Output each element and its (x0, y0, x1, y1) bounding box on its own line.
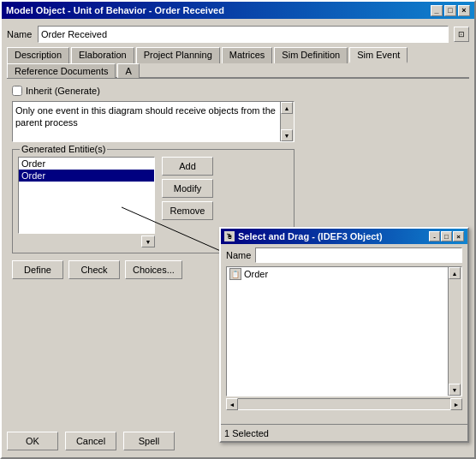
list-section: Order Order ▼ (18, 157, 155, 247)
sub-scroll-track (449, 279, 461, 384)
sub-window-icon: 🖱 (224, 231, 235, 241)
tab-matrices[interactable]: Matrices (222, 47, 273, 63)
sub-list-item-order[interactable]: 📋 Order (227, 267, 461, 281)
inherit-checkbox[interactable] (12, 86, 22, 96)
sub-title-left: 🖱 Select and Drag - (IDEF3 Object) (224, 231, 383, 241)
sub-hscroll-left[interactable]: ◄ (226, 398, 238, 410)
sub-hscroll: ◄ ► (226, 397, 462, 411)
close-button[interactable]: × (458, 5, 470, 16)
tab-sim-definition[interactable]: Sim Definition (274, 47, 348, 63)
maximize-button[interactable]: □ (444, 5, 456, 16)
check-button[interactable]: Check (68, 260, 120, 279)
sub-maximize-button[interactable]: □ (441, 231, 452, 241)
tab-a[interactable]: A (117, 63, 139, 78)
list-item-order-1[interactable]: Order (19, 158, 154, 170)
title-bar: Model Object - Unit of Behavior - Order … (2, 2, 474, 19)
tab-project-planning[interactable]: Project Planning (136, 47, 220, 63)
info-scroll-down[interactable]: ▼ (281, 129, 293, 141)
entities-list[interactable]: Order Order (18, 157, 155, 234)
name-label: Name (7, 29, 33, 39)
sub-title-bar: 🖱 Select and Drag - (IDEF3 Object) - □ × (221, 229, 467, 244)
info-text: Only one event in this diagram should re… (15, 104, 276, 128)
tab-description[interactable]: Description (7, 47, 69, 63)
sub-window-title: Select and Drag - (IDEF3 Object) (238, 231, 383, 241)
sub-name-row: Name (226, 247, 462, 263)
define-button[interactable]: Define (12, 260, 63, 279)
inherit-label: Inherit (Generate) (26, 86, 100, 96)
modify-button[interactable]: Modify (162, 179, 213, 198)
group-label: Generated Entitie(s) (20, 144, 107, 154)
list-item-order-2[interactable]: Order (19, 170, 154, 182)
name-expand-icon[interactable]: ⊡ (454, 27, 469, 42)
tab-reference-documents[interactable]: Reference Documents (7, 63, 116, 78)
list-scroll-row: ▼ (18, 235, 155, 247)
footer-row: OK Cancel Spell (7, 432, 175, 450)
sub-status-text: 1 Selected (224, 428, 269, 438)
tab-sim-event[interactable]: Sim Event (349, 47, 408, 63)
sub-close-button[interactable]: × (453, 231, 464, 241)
sub-hscroll-track (238, 398, 450, 410)
minimize-button[interactable]: _ (431, 5, 443, 16)
name-row: Name ⊡ (7, 26, 469, 43)
title-bar-buttons: _ □ × (431, 5, 470, 16)
info-scroll-up[interactable]: ▲ (281, 102, 293, 114)
spell-button[interactable]: Spell (123, 432, 175, 450)
add-button[interactable]: Add (162, 157, 213, 176)
sub-list-box[interactable]: 📋 Order ▲ ▼ (226, 266, 462, 396)
sub-minimize-button[interactable]: - (429, 231, 440, 241)
main-window: Model Object - Unit of Behavior - Order … (0, 0, 476, 459)
sub-list-scrollbar: ▲ ▼ (448, 267, 461, 396)
sub-list-item-label: Order (244, 269, 268, 279)
remove-button[interactable]: Remove (162, 201, 213, 220)
choices-button[interactable]: Choices... (125, 260, 182, 279)
inherit-checkbox-row: Inherit (Generate) (12, 86, 464, 96)
cancel-button[interactable]: Cancel (65, 432, 116, 450)
sub-content: Name 📋 Order ▲ ▼ ◄ ► (221, 244, 467, 414)
tabs-container: Description Elaboration Project Planning… (7, 46, 469, 79)
ok-button[interactable]: OK (7, 432, 58, 450)
side-buttons: Add Modify Remove (162, 157, 213, 247)
name-input[interactable] (38, 26, 449, 43)
list-scroll-down-btn[interactable]: ▼ (141, 235, 155, 247)
info-textbox-wrapper: Only one event in this diagram should re… (12, 101, 295, 142)
window-title: Model Object - Unit of Behavior - Order … (6, 5, 224, 15)
info-scrollbar: ▲ ▼ (280, 102, 294, 141)
tab-elaboration[interactable]: Elaboration (71, 47, 134, 63)
info-textbox: Only one event in this diagram should re… (12, 101, 295, 142)
sub-name-label: Name (226, 250, 252, 260)
sub-status-bar: 1 Selected (221, 424, 467, 441)
sub-title-buttons: - □ × (429, 231, 464, 241)
sub-list-item-icon: 📋 (229, 268, 241, 280)
sub-scroll-up[interactable]: ▲ (449, 267, 461, 279)
sub-scroll-down[interactable]: ▼ (449, 384, 461, 396)
sub-hscroll-right[interactable]: ► (450, 398, 462, 410)
sub-name-input[interactable] (255, 247, 462, 263)
select-drag-window: 🖱 Select and Drag - (IDEF3 Object) - □ ×… (219, 227, 469, 443)
